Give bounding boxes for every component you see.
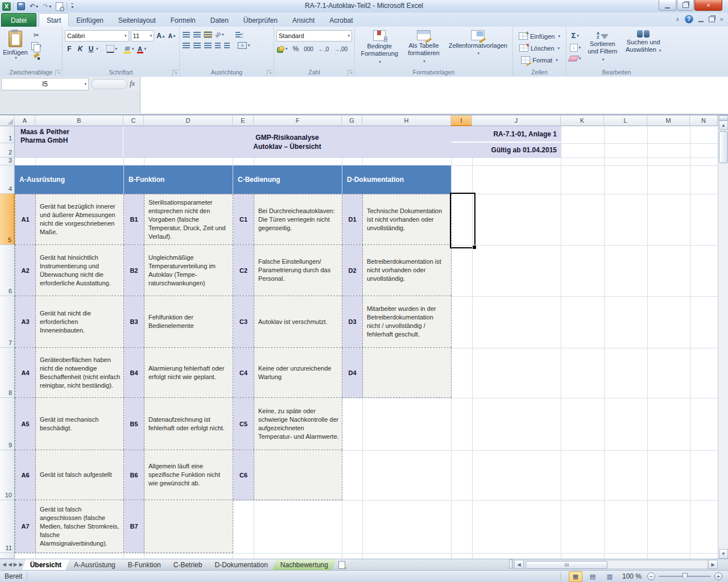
first-sheet-button[interactable]: ◀ xyxy=(2,562,6,567)
risk-text-cell[interactable]: Keine, zu späte oder schwierige Nachkont… xyxy=(254,398,342,450)
column-header-d[interactable]: D xyxy=(144,115,233,126)
font-family-select[interactable]: Calibri▾ xyxy=(65,30,129,41)
risk-id-cell[interactable]: A5 xyxy=(15,398,36,450)
column-header-e[interactable]: E xyxy=(233,115,254,126)
merge-center-button[interactable]: a▾ xyxy=(237,41,251,49)
zoom-in-button[interactable]: + xyxy=(714,572,722,580)
risk-id-cell[interactable]: A1 xyxy=(15,194,36,244)
risk-id-cell[interactable]: B2 xyxy=(124,245,144,296)
risk-text-cell[interactable]: Gerät ist falsch angeschlossen (falsche … xyxy=(36,500,124,552)
valid-from-cell[interactable]: Gültig ab 01.04.2015 xyxy=(451,143,561,157)
risk-text-cell[interactable]: Ungleichmäßige Temperaturverteilung im A… xyxy=(144,245,233,296)
scroll-up-button[interactable]: ▲ xyxy=(719,120,728,130)
vertical-scroll-thumb[interactable] xyxy=(719,131,728,163)
tab-ueberpruefen[interactable]: Überprüfen xyxy=(236,14,285,27)
category-header-ausruestung[interactable]: A-Ausrüstung xyxy=(15,165,123,194)
clear-button[interactable]: ▾ xyxy=(569,55,582,62)
risk-id-cell[interactable]: C4 xyxy=(233,348,254,397)
row-header-1[interactable]: 1 xyxy=(0,126,15,143)
last-sheet-button[interactable]: ▶ xyxy=(19,562,23,567)
tab-seitenlayout[interactable]: Seitenlayout xyxy=(111,14,163,27)
risk-id-cell[interactable]: A6 xyxy=(15,450,36,500)
accounting-format-button[interactable]: ▾ xyxy=(276,45,288,53)
sheet-tab-c-betrieb[interactable]: C-Betrieb xyxy=(166,559,210,570)
format-painter-button[interactable] xyxy=(31,52,42,60)
category-header-dokumentation[interactable]: D-Dokumentation xyxy=(342,165,451,194)
risk-text-cell[interactable]: Sterilisationsparameter entsprechen nich… xyxy=(144,194,233,244)
risk-text-cell[interactable]: Mitarbeiter wurden in der Betreiberdokum… xyxy=(363,296,452,347)
orientation-button[interactable]: ab▾ xyxy=(214,31,225,38)
row-header-9[interactable]: 9 xyxy=(0,398,15,450)
tab-datei[interactable]: Datei xyxy=(1,13,36,27)
risk-id-cell[interactable]: C6 xyxy=(233,450,254,500)
risk-id-cell[interactable]: B3 xyxy=(124,296,144,347)
percent-button[interactable]: % xyxy=(292,44,300,53)
help-icon[interactable]: ? xyxy=(685,15,693,23)
zoom-slider[interactable] xyxy=(659,572,711,580)
sheet-tab-b-funktion[interactable]: B-Funktion xyxy=(120,559,169,570)
risk-text-cell[interactable]: Fehlfunktion der Bedienelemente xyxy=(144,296,233,347)
risk-text-cell[interactable] xyxy=(363,348,452,397)
align-right-button[interactable] xyxy=(204,42,212,49)
risk-text-cell[interactable]: Betreiberdokumentation ist nicht vorhand… xyxy=(363,245,452,296)
wrap-text-button[interactable] xyxy=(235,31,243,38)
autosum-button[interactable]: Σ▾ xyxy=(569,31,582,40)
sort-filter-button[interactable]: AZ Sortieren und Filtern ▾ xyxy=(583,28,623,68)
risk-text-cell[interactable]: Bei Durchreicheautoklaven: Die Türen ver… xyxy=(254,194,342,244)
risk-text-cell[interactable]: Geräteoberflächen haben nicht die notwen… xyxy=(36,348,124,397)
row-header-6[interactable]: 6 xyxy=(0,245,15,296)
column-header-h[interactable]: H xyxy=(362,115,451,126)
dialog-launcher-icon[interactable]: ↘ xyxy=(172,70,178,76)
document-title-cell[interactable]: GMP-RisikoanalyseAutoklav – Übersicht xyxy=(123,126,451,157)
column-header-j[interactable]: J xyxy=(472,115,561,126)
row-header-8[interactable]: 8 xyxy=(0,348,15,398)
fill-color-button[interactable]: ▾ xyxy=(123,46,135,52)
risk-text-cell[interactable]: Gerät hat nicht die erforderlichen Innen… xyxy=(36,296,124,347)
collapse-ribbon-icon[interactable]: ∧ xyxy=(676,16,680,22)
cell-grid[interactable]: Maas & PeitherPharma GmbH GMP-Risikoanal… xyxy=(15,126,718,559)
risk-id-cell[interactable]: A2 xyxy=(15,245,36,296)
find-select-button[interactable]: Suchen und Auswählen ▾ xyxy=(622,28,664,68)
dialog-launcher-icon[interactable]: ↘ xyxy=(267,70,272,76)
normal-view-button[interactable]: ▦ xyxy=(569,571,582,582)
formula-input[interactable] xyxy=(140,77,728,113)
dialog-launcher-icon[interactable]: ↘ xyxy=(55,70,61,76)
tab-einfuegen[interactable]: Einfügen xyxy=(69,14,110,27)
bold-button[interactable]: F xyxy=(65,44,74,53)
risk-id-cell[interactable]: A7 xyxy=(15,500,36,552)
risk-text-cell[interactable]: Gerät hat bezüglich innerer und äußerer … xyxy=(36,194,124,244)
workbook-minimize-icon[interactable] xyxy=(698,19,704,22)
risk-text-cell[interactable]: Falsche Einstellungen/ Parametrierung du… xyxy=(254,245,342,296)
column-header-n[interactable]: N xyxy=(690,115,718,126)
risk-text-cell[interactable]: Alarmierung fehlerhaft oder erfolgt nich… xyxy=(144,348,233,397)
font-size-select[interactable]: 11▾ xyxy=(131,30,155,41)
sheet-tab-d-dokumentation[interactable]: D-Dokumentation xyxy=(206,559,275,570)
row-header-4[interactable]: 4 xyxy=(0,165,15,194)
column-header-c[interactable]: C xyxy=(123,115,144,126)
copy-button[interactable]: ▾ xyxy=(31,41,42,51)
risk-id-cell[interactable]: C1 xyxy=(233,194,254,244)
zoom-slider-thumb[interactable] xyxy=(682,573,688,580)
cell-styles-button[interactable]: Zellenformatvorlagen ▾ xyxy=(446,28,510,68)
minimize-button[interactable] xyxy=(659,0,676,11)
prev-sheet-button[interactable]: ◀ xyxy=(8,562,12,567)
insert-cells-button[interactable]: Einfügen▾ xyxy=(515,32,564,40)
column-header-a[interactable]: A xyxy=(15,115,35,126)
company-name-cell[interactable]: Maas & PeitherPharma GmbH xyxy=(15,126,123,157)
increase-decimal-button[interactable]: ←,0 xyxy=(318,45,329,53)
tab-ansicht[interactable]: Ansicht xyxy=(285,14,322,27)
align-middle-button[interactable] xyxy=(193,31,201,38)
row-header-7[interactable]: 7 xyxy=(0,296,15,348)
dialog-launcher-icon[interactable]: ↘ xyxy=(348,70,353,76)
fill-handle[interactable] xyxy=(472,245,477,250)
risk-id-cell[interactable]: B5 xyxy=(124,398,144,450)
grow-font-button[interactable]: A▲ xyxy=(156,31,166,40)
category-header-bedienung[interactable]: C-Bedienung xyxy=(233,165,342,194)
borders-button[interactable]: ▾ xyxy=(106,44,118,53)
page-break-view-button[interactable]: ▥ xyxy=(603,571,617,582)
scroll-down-button[interactable]: ▼ xyxy=(719,549,728,559)
tab-daten[interactable]: Daten xyxy=(203,14,236,27)
align-left-button[interactable] xyxy=(182,42,191,49)
risk-text-cell[interactable] xyxy=(254,450,342,500)
row-header-3[interactable]: 3 xyxy=(0,157,15,165)
